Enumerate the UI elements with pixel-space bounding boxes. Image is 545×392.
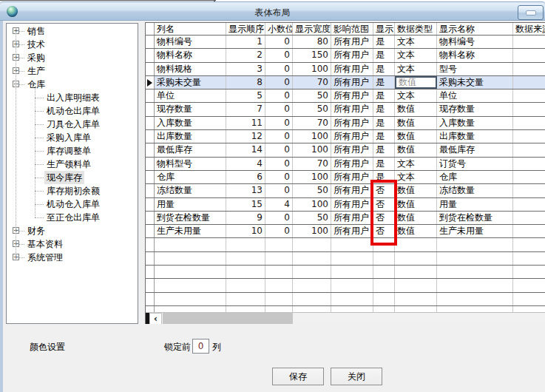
- grid-cell[interactable]: 所有用户: [331, 143, 373, 156]
- tree-item[interactable]: 库存调整单: [7, 144, 138, 158]
- grid-cell[interactable]: 采购未交量: [155, 76, 226, 89]
- scroll-left-icon[interactable]: ‹: [149, 313, 162, 324]
- close-button[interactable]: 关闭: [331, 368, 382, 385]
- grid-cell[interactable]: 是: [373, 130, 395, 143]
- grid-cell[interactable]: [293, 252, 331, 265]
- grid-row[interactable]: 冻结数量13050所有用户否数值冻结数量: [146, 184, 545, 197]
- grid-cell[interactable]: 0: [265, 143, 293, 156]
- grid-cell-editing[interactable]: 数值: [395, 76, 437, 89]
- grid-cell[interactable]: 12: [226, 130, 265, 143]
- grid-cell[interactable]: 否: [373, 225, 395, 237]
- grid-cell[interactable]: 数值: [395, 212, 437, 224]
- grid-cell[interactable]: 文本: [395, 36, 437, 48]
- grid-cell[interactable]: [155, 238, 226, 251]
- grid-cell[interactable]: 50: [293, 103, 331, 115]
- grid-empty-row[interactable]: [146, 252, 545, 266]
- grid-cell[interactable]: [437, 266, 513, 278]
- grid-cell[interactable]: 否: [373, 212, 395, 224]
- grid-cell[interactable]: [226, 252, 265, 265]
- grid-cell[interactable]: [437, 293, 513, 305]
- grid-cell[interactable]: 是: [373, 36, 395, 48]
- grid-cell[interactable]: [395, 293, 437, 305]
- grid-cell[interactable]: 5: [226, 89, 265, 102]
- grid-cell[interactable]: [513, 49, 545, 61]
- scrollbar-thumb[interactable]: [163, 313, 293, 324]
- grid-cell[interactable]: 0: [265, 184, 293, 197]
- grid-column-header[interactable]: 数据类型: [395, 23, 437, 35]
- tree-item-label[interactable]: 系统管理: [25, 251, 65, 264]
- tree-item[interactable]: 生产领料单: [7, 158, 138, 171]
- grid-cell[interactable]: 是: [373, 158, 395, 170]
- tree-item[interactable]: +财务: [7, 224, 138, 237]
- grid-cell[interactable]: 0: [265, 89, 293, 102]
- grid-cell[interactable]: 用量: [155, 198, 226, 211]
- color-settings-label[interactable]: 颜色设置: [30, 341, 65, 354]
- grid-column-header[interactable]: 数据来源: [513, 23, 545, 35]
- grid-cell[interactable]: 数值: [395, 184, 437, 197]
- grid-cell[interactable]: [331, 266, 373, 278]
- grid-cell[interactable]: [155, 279, 226, 291]
- tree-item-label[interactable]: 库存期初余额: [44, 184, 102, 197]
- tree-item[interactable]: +生产: [7, 64, 138, 78]
- grid-cell[interactable]: 50: [293, 89, 331, 102]
- grid-cell[interactable]: 0: [265, 36, 293, 48]
- horizontal-scrollbar[interactable]: ‹: [146, 312, 545, 324]
- grid-cell[interactable]: [513, 252, 545, 265]
- tree-item[interactable]: +销售: [7, 24, 138, 38]
- grid-cell[interactable]: 物料型号: [155, 158, 226, 170]
- grid-cell[interactable]: [513, 238, 545, 251]
- grid-cell[interactable]: 100: [293, 198, 331, 211]
- grid-cell[interactable]: [513, 266, 545, 278]
- grid-cell[interactable]: 冻结数量: [437, 184, 513, 197]
- grid-cell[interactable]: 0: [265, 225, 293, 237]
- grid-cell[interactable]: 型号: [437, 63, 513, 75]
- grid-cell[interactable]: [226, 238, 265, 251]
- grid-cell[interactable]: 是: [373, 63, 395, 75]
- grid-cell[interactable]: 所有用户: [331, 184, 373, 197]
- tree-item-label[interactable]: 库存调整单: [44, 144, 93, 158]
- tree-item[interactable]: 出入库明细表: [7, 91, 138, 104]
- grid-cell[interactable]: [265, 266, 293, 278]
- grid-cell[interactable]: 数值: [395, 225, 437, 237]
- grid-cell[interactable]: 6: [226, 171, 265, 183]
- tree-item-label[interactable]: 仓库: [25, 78, 47, 91]
- grid-cell[interactable]: [331, 279, 373, 291]
- grid-empty-row[interactable]: [146, 266, 545, 279]
- grid-cell[interactable]: 物料编号: [437, 36, 513, 48]
- grid-cell[interactable]: [513, 171, 545, 183]
- grid-cell[interactable]: 11: [226, 117, 265, 129]
- grid-cell[interactable]: 是: [373, 89, 395, 102]
- save-button[interactable]: 保存: [272, 368, 324, 385]
- tree-item-label[interactable]: 技术: [25, 38, 47, 51]
- grid-row[interactable]: 单位5050所有用户是文本单位: [146, 89, 545, 103]
- grid-cell[interactable]: 采购未交量: [437, 76, 513, 89]
- grid-cell[interactable]: 所有用户: [331, 89, 373, 102]
- grid-cell[interactable]: 文本: [395, 63, 437, 75]
- grid-cell[interactable]: 所有用户: [331, 76, 373, 89]
- tree-item[interactable]: 采购入库单: [7, 131, 138, 144]
- grid-cell[interactable]: 文本: [395, 89, 437, 102]
- grid-column-header[interactable]: 影响范围: [331, 23, 373, 35]
- tree-item-label[interactable]: 生产领料单: [44, 158, 93, 171]
- grid-cell[interactable]: [293, 279, 331, 291]
- grid-cell[interactable]: 1: [226, 36, 265, 48]
- grid-cell[interactable]: 15: [226, 198, 265, 211]
- grid-cell[interactable]: 0: [265, 130, 293, 143]
- grid-cell[interactable]: 3: [226, 63, 265, 75]
- grid-cell[interactable]: [373, 293, 395, 305]
- grid-cell[interactable]: 数值: [395, 198, 437, 211]
- grid-cell[interactable]: [373, 266, 395, 278]
- grid-cell[interactable]: [373, 238, 395, 251]
- grid-row[interactable]: 物料编号1080所有用户是文本物料编号: [146, 36, 545, 49]
- tree-item-label[interactable]: 销售: [25, 24, 47, 38]
- grid-cell[interactable]: 入库数量: [437, 117, 513, 129]
- grid-cell[interactable]: 冻结数量: [155, 184, 226, 197]
- grid-empty-row[interactable]: [146, 279, 545, 292]
- grid-cell[interactable]: 出库数量: [155, 130, 226, 143]
- grid-cell[interactable]: 否: [373, 198, 395, 211]
- tree-item[interactable]: 刀具仓入库单: [7, 118, 138, 131]
- tree-item-label[interactable]: 机动仓出库单: [44, 104, 102, 118]
- grid-cell[interactable]: [226, 266, 265, 278]
- grid-cell[interactable]: [513, 76, 545, 89]
- grid-cell[interactable]: 是: [373, 143, 395, 156]
